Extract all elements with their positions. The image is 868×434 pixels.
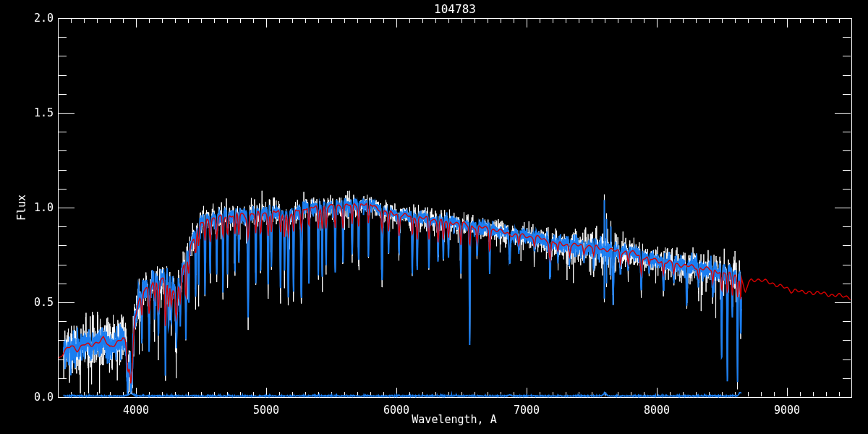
y-tick-label-2.0: 2.0 (0, 12, 54, 25)
y-tick-label-0.0: 0.0 (0, 391, 54, 404)
spectrum-plot-canvas (0, 0, 868, 434)
x-tick-label-4000: 4000 (107, 404, 165, 417)
x-tick-label-9000: 9000 (758, 404, 816, 417)
x-tick-label-5000: 5000 (237, 404, 295, 417)
spectrum-viewer: 104783 2.0 1.5 1.0 0.5 0.0 4000 5000 600… (0, 0, 868, 434)
x-tick-label-8000: 8000 (628, 404, 686, 417)
x-axis-label: Wavelength, A (382, 413, 527, 426)
y-tick-label-0.5: 0.5 (0, 296, 54, 309)
plot-title: 104783 (383, 3, 527, 16)
y-axis-label: Flux (15, 171, 28, 244)
y-tick-label-1.5: 1.5 (0, 106, 54, 119)
